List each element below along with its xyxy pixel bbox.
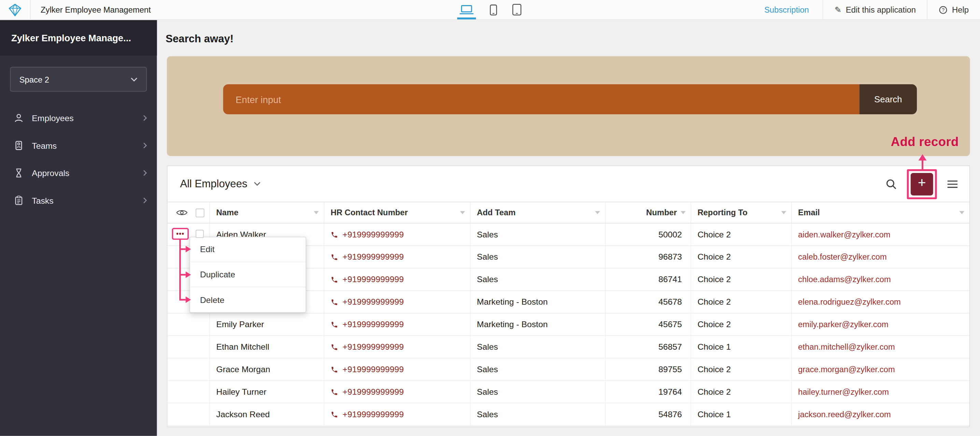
sidebar-item-teams[interactable]: Teams <box>0 132 157 159</box>
sidebar-item-employees[interactable]: Employees <box>0 105 157 132</box>
column-label: Reporting To <box>698 208 748 217</box>
cell-name: Grace Morgan <box>210 358 325 381</box>
table-row[interactable]: Hailey Turner+919999999999Sales19764Choi… <box>168 381 969 404</box>
filter-caret-icon[interactable] <box>959 211 965 214</box>
cell-email[interactable]: emily.parker@zylker.com <box>792 314 969 335</box>
cell-number: 45675 <box>606 314 692 335</box>
search-button[interactable]: Search <box>859 84 917 114</box>
column-header-email[interactable]: Email <box>792 202 969 223</box>
cell-email[interactable]: jackson.reed@zylker.com <box>792 403 969 425</box>
phone-icon <box>331 298 338 306</box>
phone-number: +919999999999 <box>342 252 404 261</box>
search-records-button[interactable] <box>882 175 901 193</box>
cell-hr-contact[interactable]: +919999999999 <box>325 314 471 335</box>
cell-number: 19764 <box>606 381 692 403</box>
list-options-button[interactable] <box>943 175 962 193</box>
cell-team: Marketing - Boston <box>471 314 605 335</box>
subscription-link[interactable]: Subscription <box>751 5 822 14</box>
report-toolbar-icons: + <box>882 169 962 199</box>
cell-hr-contact[interactable]: +919999999999 <box>325 246 471 268</box>
cell-email[interactable]: grace.morgan@zylker.com <box>792 358 969 381</box>
row-gutter <box>168 314 210 335</box>
table-row[interactable]: Grace Morgan+919999999999Sales89755Choic… <box>168 358 969 381</box>
cell-team: Sales <box>471 224 605 245</box>
cell-hr-contact[interactable]: +919999999999 <box>325 336 471 358</box>
help-label: Help <box>952 5 969 14</box>
cell-email[interactable]: chloe.adams@zylker.com <box>792 268 969 290</box>
cell-number: 89755 <box>606 358 692 381</box>
edit-application-button[interactable]: ✎ Edit this application <box>823 0 927 19</box>
phone-number: +919999999999 <box>342 230 404 239</box>
cell-hr-contact[interactable]: +919999999999 <box>325 381 471 403</box>
cell-hr-contact[interactable]: +919999999999 <box>325 224 471 245</box>
help-icon: ? <box>939 5 948 14</box>
filter-caret-icon[interactable] <box>781 211 786 214</box>
cell-reporting-to: Choice 1 <box>691 336 792 358</box>
search-input[interactable] <box>223 84 859 114</box>
column-header-add-team[interactable]: Add Team <box>471 202 605 223</box>
cell-number: 45678 <box>606 291 692 313</box>
phone-icon <box>331 411 338 418</box>
view-selector[interactable]: All Employees <box>180 178 261 190</box>
add-record-button[interactable]: + <box>911 173 933 195</box>
table-row[interactable]: Jackson Reed+919999999999Sales54876Choic… <box>168 403 969 426</box>
cell-email[interactable]: caleb.foster@zylker.com <box>792 246 969 268</box>
phone-number: +919999999999 <box>342 410 404 419</box>
row-gutter <box>168 336 210 358</box>
column-header-name[interactable]: Name <box>210 202 325 223</box>
topbar-divider <box>30 0 31 19</box>
phone-icon <box>331 343 338 351</box>
column-header-number[interactable]: Number <box>606 202 692 223</box>
sidebar-menu: Employees Teams Ap <box>0 105 157 214</box>
cell-email[interactable]: hailey.turner@zylker.com <box>792 381 969 403</box>
filter-caret-icon[interactable] <box>314 211 319 214</box>
cell-email[interactable]: elena.rodriguez@zylker.com <box>792 291 969 313</box>
context-menu-item-edit[interactable]: Edit <box>190 238 305 262</box>
row-checkbox[interactable] <box>196 230 204 238</box>
chevron-right-icon <box>143 170 147 176</box>
cell-email[interactable]: aiden.walker@zylker.com <box>792 224 969 245</box>
device-desktop-icon[interactable] <box>458 0 475 19</box>
phone-icon <box>331 276 338 283</box>
chevron-right-icon <box>143 115 147 121</box>
filter-caret-icon[interactable] <box>595 211 600 214</box>
context-menu-item-delete[interactable]: Delete <box>190 287 305 312</box>
cell-reporting-to: Choice 2 <box>691 291 792 313</box>
cell-email[interactable]: ethan.mitchell@zylker.com <box>792 336 969 358</box>
filter-caret-icon[interactable] <box>681 211 686 214</box>
phone-icon <box>331 388 338 396</box>
eye-icon[interactable] <box>176 208 188 217</box>
cell-name: Emily Parker <box>210 314 325 335</box>
sidebar-item-approvals[interactable]: Approvals <box>0 159 157 187</box>
cell-hr-contact[interactable]: +919999999999 <box>325 291 471 313</box>
column-header-hr-contact[interactable]: HR Contact Number <box>325 202 471 223</box>
filter-caret-icon[interactable] <box>460 211 465 214</box>
table-row[interactable]: Emily Parker+919999999999Marketing - Bos… <box>168 314 969 336</box>
cell-hr-contact[interactable]: +919999999999 <box>325 268 471 290</box>
space-selector[interactable]: Space 2 <box>10 67 147 92</box>
sidebar-item-label: Employees <box>32 113 73 122</box>
cell-name: Hailey Turner <box>210 381 325 403</box>
table-header: Name HR Contact Number Add Team Number R… <box>168 201 969 224</box>
select-all-checkbox[interactable] <box>196 208 205 217</box>
sidebar-item-tasks[interactable]: Tasks <box>0 187 157 214</box>
cell-hr-contact[interactable]: +919999999999 <box>325 403 471 425</box>
help-button[interactable]: ? Help <box>928 0 980 19</box>
cell-hr-contact[interactable]: +919999999999 <box>325 358 471 381</box>
cell-reporting-to: Choice 2 <box>691 224 792 245</box>
phone-number: +919999999999 <box>342 387 404 396</box>
sidebar-item-label: Teams <box>32 141 57 150</box>
cell-team: Sales <box>471 268 605 290</box>
context-menu-item-duplicate[interactable]: Duplicate <box>190 262 305 287</box>
cell-reporting-to: Choice 2 <box>691 358 792 381</box>
cell-team: Sales <box>471 246 605 268</box>
device-tablet-icon[interactable] <box>512 0 522 19</box>
device-mobile-icon[interactable] <box>490 0 497 19</box>
cell-reporting-to: Choice 2 <box>691 381 792 403</box>
app-logo[interactable] <box>0 0 30 19</box>
pencil-icon: ✎ <box>835 5 842 14</box>
row-actions-button[interactable]: ••• <box>172 228 188 240</box>
svg-text:?: ? <box>942 7 945 12</box>
column-header-reporting-to[interactable]: Reporting To <box>691 202 792 223</box>
table-row[interactable]: Ethan Mitchell+919999999999Sales56857Cho… <box>168 336 969 358</box>
